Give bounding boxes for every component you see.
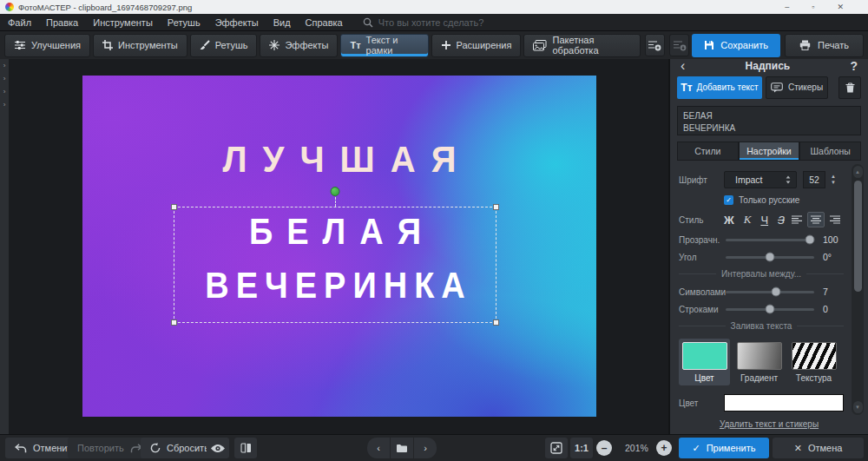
tab-retouch[interactable]: Ретушь [190, 34, 258, 57]
scrollbar-thumb[interactable] [854, 181, 862, 292]
menu-tools[interactable]: Инструменты [93, 17, 153, 28]
save-button[interactable]: Сохранить [692, 34, 780, 57]
tab-label: Инструменты [118, 40, 178, 50]
expand-panel-chevron[interactable]: › [3, 62, 6, 69]
expand-panel-chevron[interactable]: › [3, 101, 6, 109]
actual-size-button[interactable]: 1:1 [570, 438, 593, 458]
redo-button[interactable]: Повторить [68, 438, 152, 458]
selected-text-line1[interactable]: БЕЛАЯ [174, 212, 496, 253]
tab-templates[interactable]: Шаблоны [799, 142, 861, 161]
plus-icon [441, 40, 451, 50]
font-size-input[interactable]: 52 [803, 171, 825, 188]
menu-retouch[interactable]: Ретушь [168, 17, 201, 28]
menu-view[interactable]: Вид [273, 17, 291, 28]
scroll-down-arrow[interactable]: ▼ [853, 401, 863, 413]
bold-button[interactable]: Ж [724, 214, 734, 227]
angle-label: Угол [679, 253, 724, 262]
align-left-button[interactable] [788, 212, 806, 227]
search-icon [363, 17, 373, 28]
fill-color-option[interactable]: Цвет [679, 339, 730, 385]
canvas-area: ЛУЧШАЯ БЕЛАЯ ВЕЧЕРИНКА [9, 59, 670, 434]
show-original-button[interactable] [207, 438, 229, 458]
reset-label: Сбросить [167, 443, 209, 453]
align-right-button[interactable] [826, 212, 844, 227]
slider-knob[interactable] [766, 253, 775, 262]
prev-photo-button[interactable]: ‹ [367, 438, 390, 458]
delete-text-button[interactable] [838, 76, 861, 99]
selected-text-line2[interactable]: ВЕЧЕРИНКА [174, 266, 496, 306]
color-picker-bar[interactable] [724, 394, 844, 412]
resize-handle-top-right[interactable] [493, 204, 499, 210]
italic-button[interactable]: К [744, 213, 752, 227]
font-family-select[interactable]: Impact [724, 171, 797, 188]
resize-handle-bottom-left[interactable] [171, 319, 177, 326]
tab-enhancements[interactable]: Улучшения [4, 34, 90, 57]
size-up-button[interactable]: ▲ [828, 174, 838, 180]
only-russian-checkbox[interactable]: ✓ [724, 195, 733, 205]
expand-panel-chevron[interactable]: › [3, 75, 6, 82]
search-input[interactable] [378, 17, 526, 28]
panel-scrollbar[interactable]: ▲ ▼ [852, 164, 864, 415]
tab-batch-processing[interactable]: Пакетная обработка [523, 34, 640, 57]
expand-panel-chevron[interactable]: › [3, 88, 6, 95]
tab-label: Ретушь [215, 40, 248, 50]
close-button[interactable]: ✕ [837, 3, 844, 11]
cancel-button[interactable]: ✕ Отмена [773, 438, 864, 458]
scroll-up-arrow[interactable]: ▲ [853, 166, 863, 178]
lines-spacing-slider[interactable] [726, 308, 814, 311]
chars-spacing-slider[interactable] [726, 291, 814, 293]
tab-tools[interactable]: Инструменты [93, 34, 187, 57]
rotate-handle[interactable] [331, 187, 340, 196]
delete-text-stickers-link[interactable]: Удалить текст и стикеры [670, 418, 868, 434]
resize-handle-top-left[interactable] [171, 204, 177, 210]
tab-extensions[interactable]: Расширения [431, 34, 522, 57]
print-button[interactable]: Печать [785, 34, 864, 57]
maximize-button[interactable]: ▫ [812, 3, 814, 11]
trash-icon [845, 82, 855, 93]
before-after-button[interactable] [234, 438, 257, 458]
slider-knob[interactable] [766, 305, 775, 314]
redo-label: Повторить [77, 443, 124, 453]
add-preset-button[interactable] [645, 34, 665, 56]
tab-settings[interactable]: Настройки [739, 142, 800, 161]
stickers-button[interactable]: Стикеры [766, 76, 828, 99]
menu-effects[interactable]: Эффекты [215, 17, 259, 28]
menu-file[interactable]: Файл [8, 17, 31, 28]
fit-screen-icon [550, 442, 562, 454]
next-photo-button[interactable]: › [414, 438, 437, 458]
tab-styles[interactable]: Стили [677, 142, 739, 161]
slider-knob[interactable] [805, 235, 814, 245]
fill-texture-option[interactable]: Текстура [788, 339, 839, 385]
open-folder-button[interactable] [391, 438, 413, 458]
apply-button[interactable]: ✓ Применить [679, 438, 769, 458]
underline-button[interactable]: Ч [760, 214, 768, 227]
close-icon: ✕ [794, 443, 802, 454]
text-selection-box[interactable]: БЕЛАЯ ВЕЧЕРИНКА [174, 207, 496, 323]
resize-handle-bottom-right[interactable] [493, 319, 499, 326]
text-content-field[interactable]: БЕЛАЯ ВЕЧЕРИНКА [677, 106, 861, 135]
fit-to-screen-button[interactable] [545, 438, 568, 458]
add-text-button[interactable]: Тт Добавить текст [677, 76, 762, 99]
import-preset-button[interactable] [669, 34, 689, 56]
align-center-button[interactable] [807, 212, 825, 227]
reset-icon [150, 443, 161, 453]
edited-image[interactable]: ЛУЧШАЯ БЕЛАЯ ВЕЧЕРИНКА [82, 76, 596, 417]
menu-edit[interactable]: Правка [46, 17, 78, 28]
font-label: Шрифт [679, 175, 724, 185]
tab-effects[interactable]: Эффекты [260, 34, 338, 57]
menu-help[interactable]: Справка [306, 17, 343, 28]
tab-label: Расширения [457, 40, 512, 50]
minimize-button[interactable]: – [785, 3, 789, 11]
zoom-in-button[interactable]: + [656, 440, 672, 456]
tab-text-and-frames[interactable]: Тт Текст и рамки [340, 34, 428, 57]
slider-knob[interactable] [772, 287, 781, 297]
strikethrough-button[interactable]: З [778, 214, 785, 227]
size-down-button[interactable]: ▼ [828, 180, 838, 186]
angle-slider[interactable] [726, 256, 814, 259]
zoom-out-button[interactable]: – [596, 440, 612, 456]
fill-gradient-option[interactable]: Градиент [733, 339, 785, 385]
opacity-slider[interactable] [726, 239, 814, 241]
batch-icon [533, 40, 547, 51]
image-title-text[interactable]: ЛУЧШАЯ [82, 138, 596, 181]
help-button[interactable]: ? [850, 59, 858, 73]
